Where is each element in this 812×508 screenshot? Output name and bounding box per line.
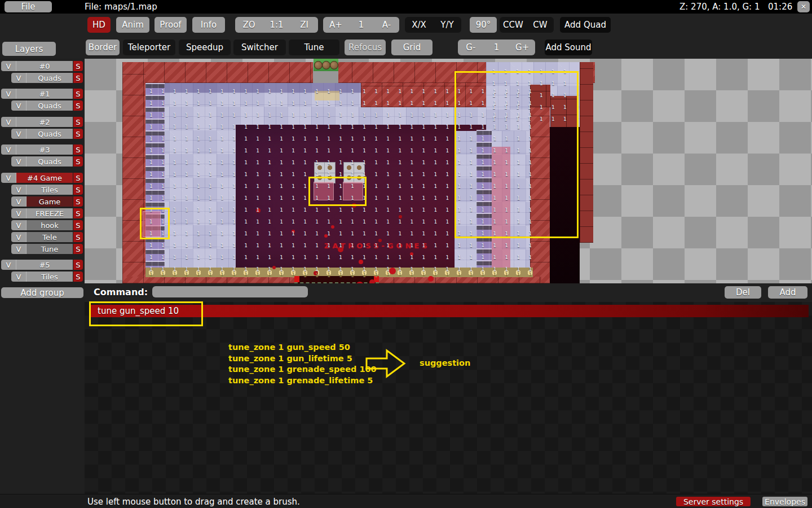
solo-toggle[interactable]: S — [73, 208, 83, 218]
visibility-toggle[interactable]: V — [11, 185, 27, 195]
tune-zone-tiles — [143, 211, 161, 237]
envelopes-button[interactable]: Envelopes — [762, 497, 807, 506]
solo-toggle[interactable]: S — [73, 129, 83, 139]
solo-toggle[interactable]: S — [73, 271, 83, 282]
layer-row-tele[interactable]: VTeleS — [11, 232, 83, 242]
visibility-toggle[interactable]: V — [11, 73, 27, 83]
visibility-toggle[interactable]: V — [11, 244, 27, 254]
group-row-2[interactable]: V#2S — [1, 117, 83, 127]
solo-toggle[interactable]: S — [73, 144, 83, 155]
layers-panel: Layers V#0S VQuadsS V#1S VQuadsS V#2S VQ… — [0, 41, 85, 300]
add-quad-button[interactable]: Add Quad — [560, 17, 611, 33]
visibility-toggle[interactable]: V — [11, 232, 27, 242]
layer-row-tiles[interactable]: VTilesS — [11, 185, 83, 195]
command-row-selected[interactable]: tune gun_speed 10 — [91, 305, 809, 317]
grid-size-group: G- 1 G+ — [458, 40, 535, 55]
command-del-button[interactable]: Del — [725, 286, 761, 299]
add-group-button[interactable]: Add group — [1, 287, 83, 298]
visibility-toggle[interactable]: V — [11, 196, 27, 207]
tune-button[interactable]: Tune — [289, 40, 339, 55]
titlebar: File File: maps/1.map Z: 270, A: 1.0, G:… — [0, 0, 812, 14]
solo-toggle[interactable]: S — [73, 61, 83, 71]
red-cells — [550, 96, 579, 131]
grid-button[interactable]: Grid — [391, 40, 433, 55]
add-sound-button[interactable]: Add Sound — [545, 40, 592, 55]
red-cells — [530, 85, 550, 107]
layer-row-quads[interactable]: VQuadsS — [11, 156, 83, 167]
layer-row-quads[interactable]: VQuadsS — [11, 129, 83, 139]
visibility-toggle[interactable]: V — [11, 271, 27, 282]
solo-toggle[interactable]: S — [73, 196, 83, 207]
layers-header[interactable]: Layers — [2, 42, 56, 56]
rotate-ccw-button[interactable]: CCW — [500, 20, 527, 30]
zoom-out-button[interactable]: ZO — [235, 20, 263, 30]
solo-toggle[interactable]: S — [73, 220, 83, 230]
visibility-toggle[interactable]: V — [11, 100, 27, 111]
solo-toggle[interactable]: S — [73, 185, 83, 195]
flip-y-button[interactable]: Y/Y — [433, 20, 461, 30]
solo-toggle[interactable]: S — [73, 244, 83, 254]
solo-toggle[interactable]: S — [73, 232, 83, 242]
layer-row-tune[interactable]: VTuneS — [11, 244, 83, 254]
solo-toggle[interactable]: S — [73, 73, 83, 83]
hd-toggle-button[interactable]: HD — [87, 17, 111, 33]
layer-row-hook[interactable]: VhookS — [11, 220, 83, 230]
refocus-button[interactable]: Refocus — [345, 40, 386, 55]
rotate-90-button[interactable]: 90° — [470, 17, 497, 33]
switcher-button[interactable]: Switcher — [233, 40, 286, 55]
brick-right-edge — [580, 62, 593, 243]
grid-inc-button[interactable]: G+ — [509, 42, 535, 52]
close-icon[interactable]: ✕ — [797, 1, 810, 12]
clock: 01:26 — [768, 2, 792, 12]
visibility-toggle[interactable]: V — [11, 220, 27, 230]
server-settings-button[interactable]: Server settings — [676, 497, 751, 506]
layer-row-game[interactable]: VGameS — [11, 196, 83, 207]
solo-toggle[interactable]: S — [73, 100, 83, 111]
tune-zone-tiles — [343, 182, 363, 200]
anim-toggle-button[interactable]: Anim — [116, 17, 149, 33]
border-button[interactable]: Border — [86, 40, 120, 55]
zoom-reset-button[interactable]: 1:1 — [263, 20, 290, 30]
grid-dec-button[interactable]: G- — [458, 42, 484, 52]
teleporter-button[interactable]: Teleporter — [123, 40, 175, 55]
visibility-toggle[interactable]: V — [1, 144, 16, 155]
door-end-marker — [374, 276, 379, 282]
file-menu-button[interactable]: File — [5, 1, 52, 12]
command-add-button[interactable]: Add — [768, 286, 807, 299]
annotation-text: tune_zone 1 gun_speed 50 tune_zone 1 gun… — [228, 342, 377, 386]
visibility-toggle[interactable]: V — [11, 156, 27, 167]
proof-toggle-button[interactable]: Proof — [155, 17, 187, 33]
visibility-toggle[interactable]: V — [1, 260, 16, 270]
info-toggle-button[interactable]: Info — [192, 17, 225, 33]
rotate-cw-button[interactable]: CW — [527, 20, 554, 30]
group-row-0[interactable]: V#0S — [1, 61, 83, 71]
flip-x-button[interactable]: X/X — [405, 20, 433, 30]
group-row-1[interactable]: V#1S — [1, 89, 83, 99]
speedup-button[interactable]: Speedup — [179, 40, 231, 55]
visibility-toggle[interactable]: V — [11, 208, 27, 218]
visibility-toggle[interactable]: V — [1, 117, 16, 127]
group-row-5[interactable]: V#5S — [1, 260, 83, 270]
anim-speed-down-button[interactable]: A- — [374, 20, 399, 30]
visibility-toggle[interactable]: V — [1, 89, 16, 99]
solo-toggle[interactable]: S — [73, 260, 83, 270]
zoom-in-button[interactable]: ZI — [290, 20, 318, 30]
solo-toggle[interactable]: S — [73, 173, 83, 183]
solo-toggle[interactable]: S — [73, 89, 83, 99]
solo-toggle[interactable]: S — [73, 156, 83, 167]
visibility-toggle[interactable]: V — [1, 61, 16, 71]
map-canvas[interactable]: ZATROSS-GONES 11111111111111111111111111… — [85, 59, 812, 283]
layer-row-freeze[interactable]: VFREEZES — [11, 208, 83, 218]
rotate-group: CCW CW — [500, 17, 554, 33]
solo-toggle[interactable]: S — [73, 117, 83, 127]
layer-row-tiles[interactable]: VTilesS — [11, 271, 83, 282]
group-row-game[interactable]: V#4 GameS — [1, 173, 83, 183]
visibility-toggle[interactable]: V — [1, 173, 16, 183]
layer-row-quads[interactable]: VQuadsS — [11, 73, 83, 83]
layer-row-quads[interactable]: VQuadsS — [11, 100, 83, 111]
command-input[interactable] — [152, 286, 308, 297]
group-row-3[interactable]: V#3S — [1, 144, 83, 155]
anim-speed-up-button[interactable]: A+ — [323, 20, 348, 30]
hook-tile-band-left — [145, 83, 165, 271]
visibility-toggle[interactable]: V — [11, 129, 27, 139]
